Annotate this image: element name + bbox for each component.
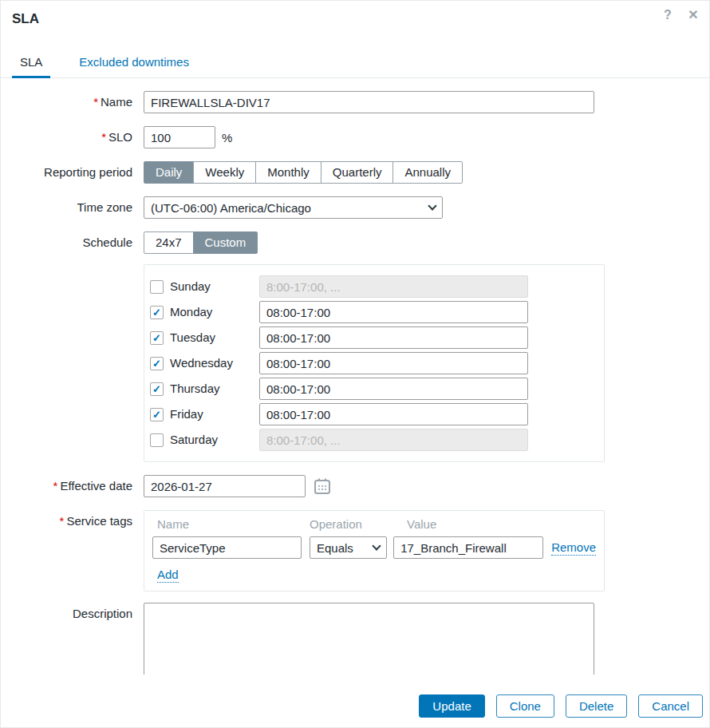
thursday-checkbox[interactable]: ✓ <box>150 382 164 396</box>
effective-date-row: *Effective date <box>12 475 698 497</box>
help-icon[interactable]: ? <box>661 7 674 23</box>
remove-tag-link[interactable]: Remove <box>551 540 596 556</box>
slo-row: *SLO % <box>12 126 698 148</box>
reporting-period-quarterly[interactable]: Quarterly <box>321 161 394 184</box>
saturday-label: Saturday <box>170 429 259 451</box>
time-zone-select[interactable]: (UTC-06:00) America/Chicago <box>144 196 443 219</box>
chevron-down-icon <box>428 201 436 210</box>
required-mark: * <box>60 514 65 528</box>
tag-name-input[interactable] <box>152 536 302 559</box>
wednesday-label: Wednesday <box>170 352 259 374</box>
tab-excluded-downtimes[interactable]: Excluded downtimes <box>71 49 197 77</box>
update-button[interactable]: Update <box>419 694 484 718</box>
tab-bar: SLA Excluded downtimes <box>1 49 709 78</box>
reporting-period-segmented: Daily Weekly Monthly Quarterly Annually <box>144 161 463 184</box>
schedule-segmented: 24x7 Custom <box>144 231 258 254</box>
name-input[interactable] <box>144 91 594 113</box>
cancel-button[interactable]: Cancel <box>638 694 703 718</box>
schedule-day-row-monday: ✓ Monday <box>150 301 598 323</box>
name-row: *Name <box>12 91 698 113</box>
check-icon: ✓ <box>152 384 161 394</box>
service-tags-panel: Name Operation Value Equals Remove Add <box>144 510 605 592</box>
friday-hours-input[interactable] <box>259 403 528 425</box>
dialog-title: SLA <box>1 1 709 27</box>
calendar-icon[interactable] <box>314 477 331 495</box>
delete-button[interactable]: Delete <box>566 694 627 718</box>
schedule-day-row-wednesday: ✓ Wednesday <box>150 352 598 374</box>
slo-percent-suffix: % <box>222 131 232 144</box>
reporting-period-annually[interactable]: Annually <box>392 161 463 184</box>
tuesday-hours-input[interactable] <box>259 326 528 349</box>
tab-sla[interactable]: SLA <box>12 49 50 78</box>
time-zone-label: Time zone <box>12 196 132 219</box>
wednesday-hours-input[interactable] <box>259 352 528 374</box>
effective-date-input[interactable] <box>144 475 306 497</box>
monday-hours-input[interactable] <box>259 301 528 323</box>
chevron-down-icon <box>372 541 381 550</box>
wednesday-checkbox[interactable]: ✓ <box>150 357 164 370</box>
dialog-footer: Update Clone Delete Cancel <box>419 694 703 718</box>
saturday-hours-input <box>259 429 528 451</box>
time-zone-row: Time zone (UTC-06:00) America/Chicago <box>12 196 698 219</box>
schedule-day-row-friday: ✓ Friday <box>150 403 598 425</box>
service-tags-label: *Service tags <box>12 510 132 529</box>
tag-value-input[interactable] <box>393 536 543 559</box>
friday-label: Friday <box>170 403 259 425</box>
tag-name-header: Name <box>152 517 310 531</box>
friday-checkbox[interactable]: ✓ <box>150 408 164 421</box>
reporting-period-monthly[interactable]: Monthly <box>255 161 321 184</box>
reporting-period-daily[interactable]: Daily <box>144 161 194 184</box>
schedule-day-row-saturday: ✓ Saturday <box>150 429 598 451</box>
slo-label: *SLO <box>12 126 132 148</box>
description-label: Description <box>12 603 132 622</box>
check-icon: ✓ <box>152 333 161 343</box>
name-label: *Name <box>12 91 132 113</box>
reporting-period-weekly[interactable]: Weekly <box>193 161 256 184</box>
check-icon: ✓ <box>152 410 161 420</box>
reporting-period-label: Reporting period <box>12 161 132 184</box>
service-tag-row: Equals Remove <box>152 536 596 559</box>
tag-operation-selected-value: Equals <box>317 541 353 555</box>
description-clip <box>144 603 596 675</box>
tag-operation-select[interactable]: Equals <box>310 536 387 559</box>
schedule-custom[interactable]: Custom <box>193 231 258 254</box>
check-icon: ✓ <box>152 358 161 369</box>
schedule-day-row-tuesday: ✓ Tuesday <box>150 326 598 349</box>
monday-checkbox[interactable]: ✓ <box>150 306 164 319</box>
sunday-checkbox[interactable]: ✓ <box>150 280 164 294</box>
sunday-label: Sunday <box>170 275 259 298</box>
required-mark: * <box>93 95 98 109</box>
close-icon[interactable]: ✕ <box>687 7 700 23</box>
schedule-day-row-thursday: ✓ Thursday <box>150 378 598 400</box>
reporting-period-row: Reporting period Daily Weekly Monthly Qu… <box>12 161 698 184</box>
add-tag-link[interactable]: Add <box>157 568 179 583</box>
effective-date-label: *Effective date <box>12 475 132 497</box>
schedule-24x7[interactable]: 24x7 <box>144 231 194 254</box>
check-icon: ✓ <box>152 307 161 318</box>
thursday-hours-input[interactable] <box>259 378 528 400</box>
sunday-hours-input <box>259 275 528 298</box>
service-tags-row: *Service tags Name Operation Value Equal… <box>12 510 698 592</box>
slo-input[interactable] <box>144 126 215 148</box>
description-row: Description <box>12 603 698 675</box>
clone-button[interactable]: Clone <box>496 694 554 718</box>
time-zone-selected-value: (UTC-06:00) America/Chicago <box>151 201 311 215</box>
required-mark: * <box>101 130 106 144</box>
required-mark: * <box>53 479 58 493</box>
description-textarea[interactable] <box>144 603 594 675</box>
tag-value-header: Value <box>403 517 436 531</box>
sla-form: *Name *SLO % Reporting period Daily Week… <box>1 78 709 675</box>
monday-label: Monday <box>170 301 259 323</box>
tag-operation-header: Operation <box>310 517 403 531</box>
tuesday-label: Tuesday <box>170 326 259 349</box>
custom-schedule-panel: ✓ Sunday ✓ Monday ✓ Tuesday ✓ Wednesday … <box>144 264 605 462</box>
saturday-checkbox[interactable]: ✓ <box>150 433 164 447</box>
dialog-controls: ? ✕ <box>661 7 700 23</box>
tuesday-checkbox[interactable]: ✓ <box>150 331 164 345</box>
schedule-row: Schedule 24x7 Custom <box>12 231 698 254</box>
schedule-day-row-sunday: ✓ Sunday <box>150 275 598 298</box>
service-tags-header: Name Operation Value <box>152 517 596 531</box>
schedule-label: Schedule <box>12 231 132 254</box>
thursday-label: Thursday <box>170 378 259 400</box>
